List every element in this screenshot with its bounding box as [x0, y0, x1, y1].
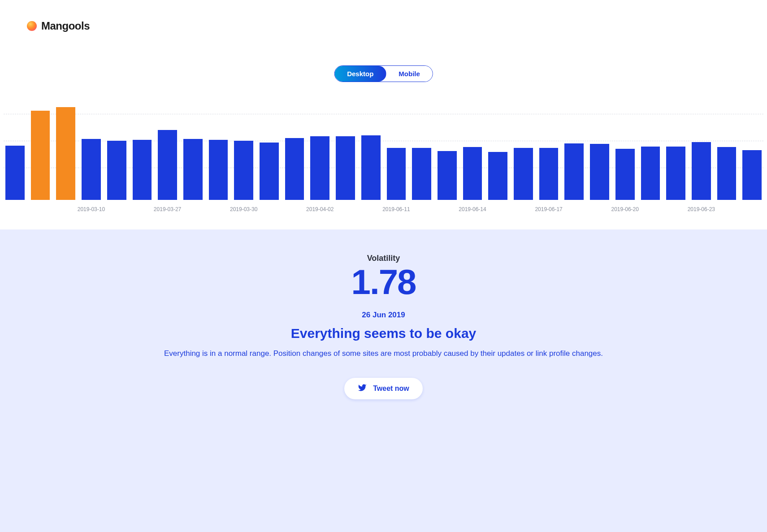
twitter-icon — [358, 383, 367, 394]
chart-xlabel-slot — [438, 203, 457, 221]
volatility-value: 1.78 — [0, 264, 767, 301]
chart-xlabel-slot — [5, 203, 25, 221]
chart-bar[interactable] — [310, 136, 329, 200]
device-toggle: Desktop Mobile — [334, 65, 433, 82]
chart-bar[interactable] — [717, 147, 737, 200]
chart-xlabel-slot — [31, 203, 50, 221]
chart-bar[interactable] — [615, 149, 635, 200]
chart-bar[interactable] — [336, 136, 355, 200]
chart-bar[interactable] — [31, 111, 50, 200]
toggle-mobile[interactable]: Mobile — [386, 66, 433, 82]
chart-xlabel-slot: 2019-04-02 — [310, 203, 329, 221]
chart-xlabel-slot — [183, 203, 203, 221]
chart-xlabel: 2019-06-20 — [611, 206, 639, 212]
chart-bar[interactable] — [133, 140, 152, 200]
tweet-button[interactable]: Tweet now — [344, 378, 423, 399]
volatility-date: 26 Jun 2019 — [0, 311, 767, 320]
chart-bar[interactable] — [641, 147, 660, 200]
chart-xlabel-slot — [717, 203, 737, 221]
chart-xlabel: 2019-03-10 — [78, 206, 105, 212]
chart-bar[interactable] — [82, 139, 101, 200]
chart-xlabel-slot: 2019-06-20 — [615, 203, 635, 221]
chart-bar[interactable] — [590, 144, 609, 200]
chart-xlabel: 2019-03-27 — [154, 206, 181, 212]
chart-xlabel-slot: 2019-06-17 — [539, 203, 559, 221]
chart-xlabel-slot — [641, 203, 660, 221]
chart-xlabel-slot: 2019-03-27 — [158, 203, 177, 221]
brand-logo-icon — [27, 21, 37, 31]
chart-bar[interactable] — [56, 107, 75, 200]
chart-xlabel-slot — [336, 203, 355, 221]
chart-bar[interactable] — [361, 135, 381, 200]
chart-xlabel-slot: 2019-06-23 — [692, 203, 711, 221]
chart-xlabel-slot — [590, 203, 609, 221]
chart-xlabel: 2019-06-23 — [688, 206, 715, 212]
chart-bar[interactable] — [234, 141, 253, 200]
chart-xlabel-slot — [742, 203, 762, 221]
chart-xlabel-slot — [514, 203, 533, 221]
chart-xlabel-slot: 2019-06-14 — [463, 203, 482, 221]
volatility-label: Volatility — [0, 254, 767, 263]
volatility-headline: Everything seems to be okay — [0, 326, 767, 341]
chart-xlabel-slot — [260, 203, 279, 221]
chart-xlabel-slot — [56, 203, 75, 221]
chart-bar[interactable] — [260, 143, 279, 200]
chart-xlabel-slot — [361, 203, 381, 221]
chart-bar[interactable] — [463, 147, 482, 200]
chart-xlabel: 2019-04-02 — [306, 206, 334, 212]
chart-bar[interactable] — [666, 147, 685, 200]
chart-bar[interactable] — [564, 143, 584, 200]
chart-xlabel-slot — [564, 203, 584, 221]
chart-bar[interactable] — [158, 130, 177, 200]
chart-bar[interactable] — [183, 139, 203, 200]
chart-xlabel-slot — [133, 203, 152, 221]
chart-bar[interactable] — [438, 151, 457, 200]
chart-bar[interactable] — [742, 150, 762, 200]
chart-xlabel-slot — [209, 203, 228, 221]
chart-xlabel-slot — [412, 203, 431, 221]
chart-bar[interactable] — [285, 138, 304, 200]
chart-bar[interactable] — [209, 140, 228, 200]
chart-xlabel: 2019-06-17 — [535, 206, 562, 212]
chart-bar[interactable] — [107, 141, 126, 200]
volatility-chart: 2019-03-102019-03-272019-03-302019-04-02… — [0, 105, 767, 221]
chart-xlabel-slot: 2019-06-11 — [387, 203, 406, 221]
chart-xlabel: 2019-06-11 — [382, 206, 410, 212]
chart-bar[interactable] — [692, 142, 711, 200]
chart-bar[interactable] — [488, 152, 507, 200]
chart-xlabel-slot — [666, 203, 685, 221]
chart-bar[interactable] — [514, 148, 533, 200]
brand-name: Mangools — [41, 20, 90, 32]
chart-xlabel: 2019-06-14 — [459, 206, 486, 212]
chart-bar[interactable] — [387, 148, 406, 200]
chart-xlabel: 2019-03-30 — [230, 206, 257, 212]
chart-bar[interactable] — [539, 148, 559, 200]
chart-xlabel-slot — [107, 203, 126, 221]
volatility-summary: Volatility 1.78 26 Jun 2019 Everything s… — [0, 229, 767, 532]
chart-xlabel-slot: 2019-03-30 — [234, 203, 253, 221]
chart-bar[interactable] — [5, 146, 25, 200]
chart-xlabel-slot — [488, 203, 507, 221]
brand-logo[interactable]: Mangools — [27, 20, 90, 32]
chart-xlabel-slot: 2019-03-10 — [82, 203, 101, 221]
chart-xlabel-slot — [285, 203, 304, 221]
volatility-description: Everything is in a normal range. Positio… — [137, 348, 630, 359]
toggle-desktop[interactable]: Desktop — [334, 66, 386, 82]
chart-bar[interactable] — [412, 148, 431, 200]
tweet-button-label: Tweet now — [373, 385, 409, 393]
